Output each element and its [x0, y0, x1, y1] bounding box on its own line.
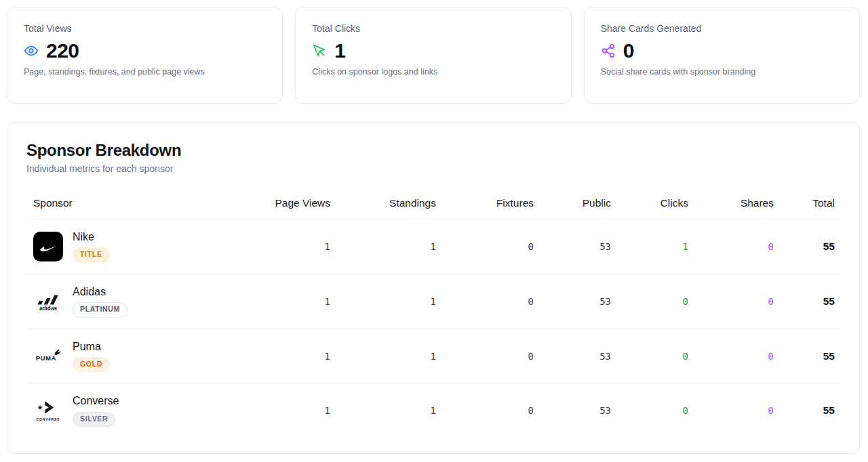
svg-text:CONVERSE: CONVERSE — [36, 418, 60, 421]
cell-fixtures: 0 — [441, 274, 539, 329]
cell-public: 53 — [539, 274, 616, 329]
panel-title: Sponsor Breakdown — [26, 141, 840, 160]
cell-public: 53 — [539, 383, 616, 438]
stat-label: Share Cards Generated — [601, 23, 843, 34]
cell-clicks: 0 — [616, 274, 694, 329]
stat-card-share-cards: Share Cards Generated 0 Social share car… — [584, 7, 860, 104]
cell-shares: 0 — [694, 383, 779, 438]
cell-page-views: 1 — [238, 329, 336, 383]
table-header-row: Sponsor Page Views Standings Fixtures Pu… — [26, 190, 840, 219]
table-row-converse: ★ CONVERSE Converse SILVER 1 1 0 — [26, 383, 840, 438]
stat-value: 0 — [623, 41, 634, 61]
sponsor-table: Sponsor Page Views Standings Fixtures Pu… — [26, 190, 840, 438]
stat-description: Clicks on sponsor logos and links — [312, 67, 554, 77]
cell-standings: 1 — [336, 274, 441, 329]
cell-shares: 0 — [694, 274, 779, 329]
cell-shares: 0 — [694, 219, 779, 274]
stat-value: 220 — [46, 41, 79, 61]
cell-total: 55 — [779, 274, 840, 329]
eye-icon — [24, 43, 39, 58]
sponsor-name: Adidas — [73, 285, 127, 298]
cell-clicks: 0 — [616, 329, 694, 383]
column-header-total: Total — [779, 190, 840, 219]
table-row-adidas: adidas Adidas PLATINUM 1 1 0 53 0 0 55 — [26, 274, 840, 329]
tier-badge: TITLE — [73, 247, 110, 263]
stats-row: Total Views 220 Page, standings, fixture… — [7, 7, 860, 104]
mouse-pointer-icon — [312, 43, 327, 58]
svg-text:★: ★ — [37, 404, 43, 411]
svg-text:PUMA: PUMA — [36, 354, 56, 362]
cell-public: 53 — [539, 219, 616, 274]
sponsor-breakdown-panel: Sponsor Breakdown Individual metrics for… — [7, 122, 860, 454]
svg-text:adidas: adidas — [39, 306, 58, 312]
sponsor-name: Nike — [73, 230, 110, 243]
cell-shares: 0 — [694, 329, 779, 383]
table-row-nike: Nike TITLE 1 1 0 53 1 0 55 — [26, 219, 840, 274]
cell-clicks: 0 — [616, 383, 694, 438]
cell-standings: 1 — [336, 219, 441, 274]
column-header-standings: Standings — [336, 190, 441, 219]
cell-page-views: 1 — [238, 219, 336, 274]
converse-logo: ★ CONVERSE — [33, 396, 63, 425]
sponsor-name: Converse — [73, 394, 119, 407]
cell-page-views: 1 — [238, 274, 336, 329]
cell-total: 55 — [779, 383, 840, 438]
share-icon — [601, 43, 616, 58]
tier-badge: SILVER — [73, 412, 115, 427]
column-header-fixtures: Fixtures — [441, 190, 539, 219]
stat-value: 1 — [334, 41, 345, 61]
cell-public: 53 — [539, 329, 616, 383]
stat-label: Total Clicks — [312, 23, 554, 34]
cell-fixtures: 0 — [441, 329, 539, 383]
column-header-clicks: Clicks — [616, 190, 694, 219]
cell-total: 55 — [779, 329, 840, 383]
column-header-public: Public — [539, 190, 616, 219]
column-header-sponsor: Sponsor — [26, 190, 238, 219]
stat-card-total-views: Total Views 220 Page, standings, fixture… — [7, 7, 283, 104]
stat-description: Page, standings, fixtures, and public pa… — [24, 67, 266, 77]
column-header-shares: Shares — [694, 190, 779, 219]
sponsor-name: Puma — [73, 340, 110, 353]
tier-badge: GOLD — [73, 357, 110, 373]
stat-label: Total Views — [24, 23, 266, 34]
stat-card-total-clicks: Total Clicks 1 Clicks on sponsor logos a… — [295, 7, 571, 104]
cell-standings: 1 — [336, 329, 441, 383]
cell-standings: 1 — [336, 383, 441, 438]
stat-description: Social share cards with sponsor branding — [601, 67, 843, 77]
cell-fixtures: 0 — [441, 219, 539, 274]
adidas-logo: adidas — [33, 287, 63, 316]
panel-subtitle: Individual metrics for each sponsor — [26, 163, 840, 174]
nike-logo — [33, 232, 63, 261]
cell-total: 55 — [779, 219, 840, 274]
puma-logo: PUMA — [33, 341, 63, 371]
cell-clicks: 1 — [616, 219, 694, 274]
cell-fixtures: 0 — [441, 383, 539, 438]
column-header-page-views: Page Views — [238, 190, 336, 219]
table-row-puma: PUMA Puma GOLD 1 1 0 53 0 0 55 — [26, 329, 840, 383]
cell-page-views: 1 — [238, 383, 336, 438]
tier-badge: PLATINUM — [73, 302, 127, 318]
